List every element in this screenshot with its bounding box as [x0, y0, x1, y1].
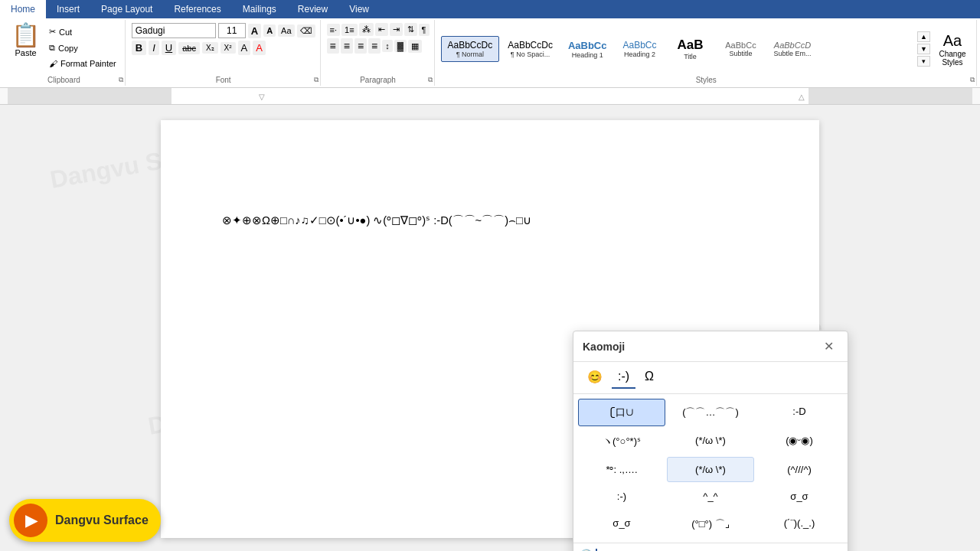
change-styles-button[interactable]: Aa Change Styles — [933, 28, 972, 70]
paste-label: Paste — [15, 48, 36, 57]
clipboard-expand-icon[interactable]: ⧉ — [119, 76, 123, 84]
kaomoji-item-13[interactable]: σ_σ — [578, 510, 665, 538]
style-subtle-em-label: Subtle Em... — [773, 50, 811, 57]
style-normal[interactable]: AaBbCcDc ¶ Normal — [441, 36, 500, 62]
align-right-button[interactable]: ≡ — [354, 38, 367, 54]
show-marks-button[interactable]: ¶ — [419, 24, 430, 36]
tab-references[interactable]: References — [163, 0, 231, 18]
format-painter-button[interactable]: 🖌 Format Painter — [45, 57, 120, 70]
kaomoji-item-12[interactable]: σ_σ — [756, 484, 843, 509]
multilevel-list-button[interactable]: ⁂ — [359, 23, 374, 36]
subscript-button[interactable]: X₂ — [202, 42, 218, 54]
ribbon-content: 📋 Paste ✂ Cut ⧉ Copy 🖌 Format Painter Cl… — [0, 18, 980, 87]
kaomoji-item-4[interactable]: ヽ(°○°*)ˢ — [578, 428, 665, 455]
style-subtle-emphasis[interactable]: AaBbCcD Subtle Em... — [766, 37, 818, 61]
kaomoji-item-7[interactable]: *ᵒ: .,…. — [578, 457, 665, 482]
kaomoji-item-11[interactable]: ^_^ — [667, 484, 754, 509]
border-button[interactable]: ▦ — [408, 40, 422, 53]
tab-view[interactable]: View — [338, 0, 380, 18]
style-title[interactable]: AaB Title — [665, 34, 714, 64]
kaomoji-item-2[interactable]: (⌒⌒…⌒⌒) — [667, 399, 754, 426]
style-title-preview: AaB — [672, 37, 707, 53]
styles-expand-icon[interactable]: ⧉ — [970, 76, 975, 84]
styles-scroll-buttons: ▲ ▼ ▾ — [917, 31, 930, 67]
ruler-marker-right: △ — [799, 92, 805, 100]
text-color-button[interactable]: A — [253, 41, 266, 55]
strikethrough-button[interactable]: abc — [178, 42, 200, 54]
style-subtitle-label: Subtitle — [723, 50, 758, 57]
style-heading2[interactable]: AaBbCc Heading 2 — [615, 36, 664, 62]
kaomoji-recent-item-2[interactable]: =) — [618, 548, 632, 551]
kaomoji-tab-icon: :-) — [618, 370, 629, 383]
styles-scroll-up-button[interactable]: ▲ — [917, 31, 930, 42]
sort-button[interactable]: ⇅ — [404, 23, 417, 36]
shading-button[interactable]: ▓ — [394, 40, 407, 52]
kaomoji-recent-item-3[interactable]: :D — [635, 548, 651, 551]
line-spacing-button[interactable]: ↕ — [382, 40, 393, 52]
kaomoji-recent-item-7[interactable]: :-0 — [710, 548, 727, 551]
kaomoji-tab-emoji[interactable]: 😊 — [581, 367, 609, 389]
styles-scroll-more-button[interactable]: ▾ — [917, 56, 930, 67]
ruler: ▽ △ — [0, 88, 980, 105]
font-size-decrease-button[interactable]: A — [263, 24, 276, 37]
tab-mailings[interactable]: Mailings — [232, 0, 287, 18]
tab-insert[interactable]: Insert — [46, 0, 90, 18]
decrease-indent-button[interactable]: ⇤ — [375, 23, 388, 36]
style-heading1[interactable]: AaBbCc Heading 1 — [561, 36, 614, 63]
text-highlight-button[interactable]: A — [238, 41, 251, 55]
kaomoji-recent-item-6[interactable]: >:( — [690, 548, 707, 551]
kaomoji-recent-item-5[interactable]: :-( — [672, 548, 687, 551]
style-normal-label: ¶ Normal — [448, 51, 493, 58]
bullets-button[interactable]: ≡· — [327, 24, 340, 36]
kaomoji-recent-item-1[interactable]: :-) — [600, 548, 615, 551]
kaomoji-item-6[interactable]: (◉ᵕ◉) — [756, 428, 843, 455]
kaomoji-item-3[interactable]: :-D — [756, 399, 843, 426]
font-name-input[interactable] — [132, 23, 216, 38]
underline-button[interactable]: U — [162, 41, 176, 55]
kaomoji-grid: ʗ口∪ (⌒⌒…⌒⌒) :-D ヽ(°○°*)ˢ (*/ω \*) (*/ω \… — [573, 394, 848, 543]
bold-button[interactable]: B — [132, 41, 146, 55]
kaomoji-item-5[interactable]: (*/ω \*) (*/ω \*) — [667, 428, 754, 455]
paragraph-expand-icon[interactable]: ⧉ — [428, 76, 433, 84]
brand-name: Dangvu Surface — [55, 514, 149, 527]
format-painter-icon: 🖌 — [49, 59, 57, 68]
style-subtitle[interactable]: AaBbCc Subtitle — [716, 37, 765, 61]
clear-format-button[interactable]: ⌫ — [297, 24, 315, 37]
kaomoji-tab-kaomoji[interactable]: :-) — [612, 367, 635, 389]
brand-logo: ▶ — [14, 504, 47, 537]
font-expand-icon[interactable]: ⧉ — [314, 76, 318, 84]
styles-gallery: AaBbCcDc ¶ Normal AaBbCcDc ¶ No Spaci...… — [441, 34, 915, 64]
italic-button[interactable]: I — [149, 41, 159, 55]
align-center-button[interactable]: ≡ — [341, 38, 353, 54]
tab-review[interactable]: Review — [287, 0, 338, 18]
style-title-label: Title — [672, 53, 707, 60]
copy-button[interactable]: ⧉ Copy — [45, 41, 120, 55]
cut-button[interactable]: ✂ Cut — [45, 24, 120, 39]
font-size-increase-button[interactable]: A — [248, 24, 261, 38]
tab-home[interactable]: Home — [0, 0, 46, 18]
paragraph-group-label: Paragraph — [322, 76, 434, 84]
kaomoji-item-10[interactable]: :-) — [578, 484, 665, 509]
numbering-button[interactable]: 1≡ — [341, 24, 358, 36]
increase-indent-button[interactable]: ⇥ — [390, 23, 403, 36]
kaomoji-close-button[interactable]: ✕ — [819, 337, 838, 355]
font-size-input[interactable] — [218, 23, 246, 38]
kaomoji-item-1[interactable]: ʗ口∪ — [578, 399, 665, 426]
style-heading2-preview: AaBbCc — [622, 40, 657, 51]
kaomoji-item-14[interactable]: (°□°) ⌒⌟ — [667, 510, 754, 538]
superscript-button[interactable]: X² — [220, 42, 236, 54]
kaomoji-item-15[interactable]: (´¨)(._.) — [756, 510, 843, 538]
symbols-tab-icon: Ω — [645, 370, 654, 383]
change-case-button[interactable]: Aa — [278, 24, 294, 37]
align-left-button[interactable]: ≡ — [327, 38, 339, 54]
kaomoji-item-8[interactable]: (*/ω \*) — [667, 457, 754, 482]
kaomoji-tab-symbols[interactable]: Ω — [639, 367, 660, 389]
styles-scroll-down-button[interactable]: ▼ — [917, 44, 930, 54]
kaomoji-title: Kaomoji — [583, 341, 625, 353]
style-no-spacing[interactable]: AaBbCcDc ¶ No Spaci... — [501, 36, 560, 62]
tab-page-layout[interactable]: Page Layout — [90, 0, 163, 18]
kaomoji-item-9[interactable]: (^///^) — [756, 457, 843, 482]
justify-button[interactable]: ≡ — [368, 38, 381, 54]
kaomoji-recent-item-4[interactable]: ;P — [654, 548, 668, 551]
paste-icon: 📋 — [11, 24, 40, 47]
